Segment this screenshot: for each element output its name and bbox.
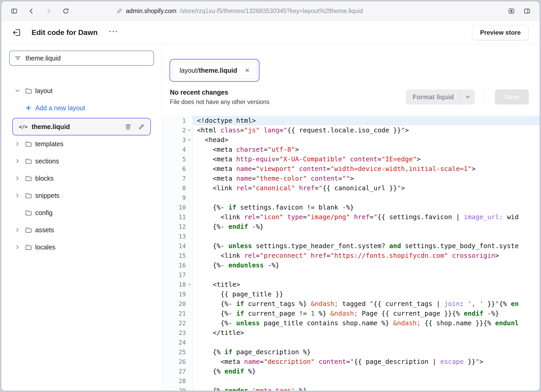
code-line-23[interactable]: 23 </title> xyxy=(162,328,540,338)
add-layout-button[interactable]: Add a new layout xyxy=(8,101,155,115)
code-text[interactable]: <meta http-equiv="X-UA-Compatible" conte… xyxy=(193,154,540,164)
code-line-9[interactable]: 9 xyxy=(162,193,540,203)
code-line-2[interactable]: 2<html class="js" lang="{{ request.local… xyxy=(162,125,540,135)
pencil-icon[interactable] xyxy=(138,123,145,130)
code-line-19[interactable]: 19 {{ page_title }} xyxy=(162,289,540,299)
code-line-25[interactable]: 25 {% if page_description %} xyxy=(162,347,540,357)
code-text[interactable] xyxy=(193,193,540,203)
code-text[interactable]: <meta name="theme-color" content=""> xyxy=(193,174,540,183)
fold-spacer xyxy=(186,154,193,164)
sidebar-item-theme-liquid[interactable]: </>theme.liquid xyxy=(14,120,149,134)
more-actions-button[interactable]: ⋯ xyxy=(109,27,118,39)
code-text[interactable]: {%- if current_page != 1 %} &ndash; Page… xyxy=(193,309,540,318)
code-file-icon: </> xyxy=(19,124,27,130)
fold-toggle-icon[interactable] xyxy=(186,125,193,135)
code-line-5[interactable]: 5 <meta http-equiv="X-UA-Compatible" con… xyxy=(162,154,540,164)
line-number: 2 xyxy=(182,127,186,134)
gutter-cell: 16 xyxy=(162,260,193,270)
code-text[interactable]: {% if page_description %} xyxy=(193,347,540,357)
code-text[interactable]: {%- unless page_title contains shop.name… xyxy=(193,318,540,328)
code-line-22[interactable]: 22 {%- unless page_title contains shop.n… xyxy=(162,318,540,328)
sidebar-toggle-button[interactable] xyxy=(8,5,20,17)
right-panel-toggle-button[interactable] xyxy=(521,5,533,17)
code-line-27[interactable]: 27 {% endif %} xyxy=(162,366,540,376)
code-text[interactable]: </title> xyxy=(193,328,540,338)
code-line-11[interactable]: 11 <link rel="icon" type="image/png" hre… xyxy=(162,212,540,222)
fold-spacer xyxy=(186,222,193,231)
code-text[interactable]: <title> xyxy=(193,280,540,289)
code-line-1[interactable]: 1<!doctype html> xyxy=(162,116,540,125)
code-line-28[interactable]: 28 xyxy=(162,376,540,386)
code-text[interactable]: {%- if current_tags %} &ndash; tagged "{… xyxy=(193,299,540,309)
format-liquid-button[interactable]: Format liquid xyxy=(406,89,475,105)
file-name-label: theme.liquid xyxy=(32,123,70,131)
code-line-12[interactable]: 12 {%- endif -%} xyxy=(162,222,540,231)
code-line-3[interactable]: 3 <head> xyxy=(162,135,540,145)
code-line-10[interactable]: 10 {%- if settings.favicon != blank -%} xyxy=(162,203,540,212)
code-line-16[interactable]: 16 {%- endunless -%} xyxy=(162,260,540,270)
forward-button[interactable] xyxy=(42,5,54,17)
tab-close-button[interactable]: × xyxy=(245,66,250,74)
trash-icon[interactable] xyxy=(125,123,132,130)
code-text[interactable]: <link rel="preconnect" href="https://fon… xyxy=(193,251,540,260)
sidebar-item-sections[interactable]: sections xyxy=(8,154,155,168)
code-line-21[interactable]: 21 {%- if current_page != 1 %} &ndash; P… xyxy=(162,309,540,318)
chevron-down-icon xyxy=(13,88,22,94)
code-text[interactable]: <meta charset="utf-8"> xyxy=(193,145,540,154)
sidebar-item-locales[interactable]: locales xyxy=(8,240,155,254)
code-text[interactable]: {%- endif -%} xyxy=(193,222,540,231)
code-line-8[interactable]: 8 <link rel="canonical" href="{{ canonic… xyxy=(162,183,540,193)
code-text[interactable]: {% render 'meta-tags' %} xyxy=(193,386,540,391)
file-search-input[interactable] xyxy=(26,54,149,62)
exit-button[interactable] xyxy=(11,27,23,38)
back-button[interactable] xyxy=(25,5,37,17)
sidebar-item-assets[interactable]: assets xyxy=(8,223,155,237)
code-text[interactable]: <meta name="description" content="{{ pag… xyxy=(193,357,540,366)
fold-toggle-icon[interactable] xyxy=(186,280,193,289)
sidebar-item-snippets[interactable]: snippets xyxy=(8,188,155,203)
code-line-6[interactable]: 6 <meta name="viewport" content="width=d… xyxy=(162,164,540,174)
code-text[interactable]: <meta name="viewport" content="width=dev… xyxy=(193,164,540,174)
line-number: 28 xyxy=(179,378,186,384)
code-line-24[interactable]: 24 xyxy=(162,338,540,347)
code-text[interactable]: <link rel="icon" type="image/png" href="… xyxy=(193,212,540,222)
sidebar-item-layout[interactable]: layout xyxy=(8,83,155,98)
code-text[interactable] xyxy=(193,231,540,241)
code-text[interactable]: {%- unless settings.type_header_font.sys… xyxy=(193,241,540,251)
code-text[interactable]: <link rel="canonical" href="{{ canonical… xyxy=(193,183,540,193)
url-path: /store/rzq1xu-f5/themes/132683530345?key… xyxy=(180,8,363,15)
preview-store-button[interactable]: Preview store xyxy=(472,25,529,40)
gutter-cell: 13 xyxy=(162,231,193,241)
tab-theme-liquid[interactable]: layout/theme.liquid × xyxy=(173,62,256,79)
code-text[interactable]: {%- if settings.favicon != blank -%} xyxy=(193,203,540,212)
code-line-17[interactable]: 17 xyxy=(162,270,540,280)
code-line-15[interactable]: 15 <link rel="preconnect" href="https://… xyxy=(162,251,540,260)
code-line-20[interactable]: 20 {%- if current_tags %} &ndash; tagged… xyxy=(162,299,540,309)
code-text[interactable]: <head> xyxy=(193,135,540,145)
code-text[interactable] xyxy=(193,338,540,347)
browser-tools-button[interactable] xyxy=(505,5,517,17)
code-text[interactable]: {% endif %} xyxy=(193,366,540,376)
code-line-18[interactable]: 18 <title> xyxy=(162,280,540,289)
code-line-29[interactable]: 29 {% render 'meta-tags' %} xyxy=(162,386,540,391)
code-line-4[interactable]: 4 <meta charset="utf-8"> xyxy=(162,145,540,154)
code-text[interactable] xyxy=(193,376,540,386)
code-text[interactable]: <html class="js" lang="{{ request.locale… xyxy=(193,125,540,135)
code-line-13[interactable]: 13 xyxy=(162,231,540,241)
save-button[interactable]: Save xyxy=(495,89,529,105)
code-line-14[interactable]: 14 {%- unless settings.type_header_font.… xyxy=(162,241,540,251)
sidebar-item-config[interactable]: config xyxy=(8,205,155,220)
format-liquid-caret[interactable] xyxy=(461,89,475,105)
code-text[interactable]: {{ page_title }} xyxy=(193,289,540,299)
code-text[interactable]: <!doctype html> xyxy=(193,116,540,125)
gutter-cell: 11 xyxy=(162,212,193,222)
sidebar-item-blocks[interactable]: blocks xyxy=(8,171,155,186)
sidebar-item-templates[interactable]: templates xyxy=(8,137,155,151)
address-bar[interactable]: admin.shopify.com/store/rzq1xu-f5/themes… xyxy=(116,8,363,15)
code-text[interactable]: {%- endunless -%} xyxy=(193,260,540,270)
code-line-7[interactable]: 7 <meta name="theme-color" content=""> xyxy=(162,174,540,183)
reload-button[interactable] xyxy=(60,5,72,17)
code-line-26[interactable]: 26 <meta name="description" content="{{ … xyxy=(162,357,540,366)
fold-toggle-icon[interactable] xyxy=(186,135,193,145)
code-text[interactable] xyxy=(193,270,540,280)
